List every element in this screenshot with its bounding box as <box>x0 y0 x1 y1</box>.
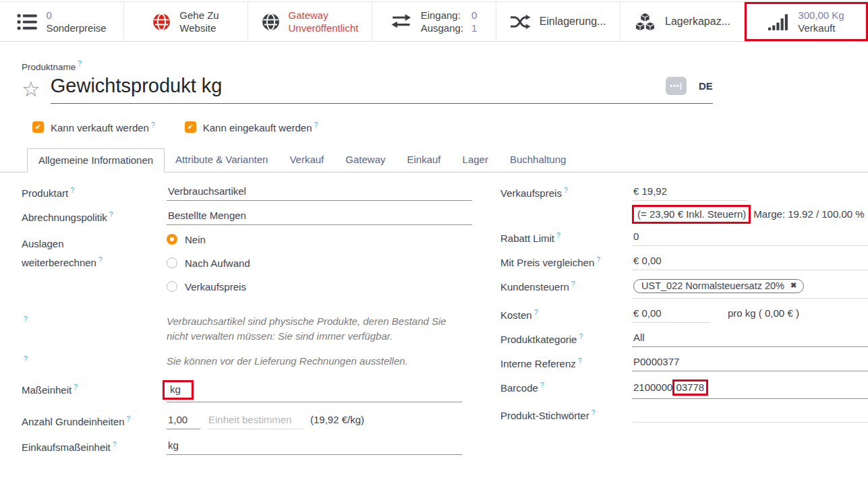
shuffle-icon <box>511 14 531 30</box>
ausgang-label: Ausgang: <box>421 22 463 35</box>
checkbox-checked-icon[interactable]: ✔ <box>32 121 44 133</box>
tab-attribute-varianten[interactable]: Attribute & Varianten <box>165 148 279 172</box>
product-type-note: Verbrauchsartikel sind physische Produkt… <box>167 314 472 344</box>
stat-button-verkauft[interactable]: 300,00 Kg Verkauft <box>745 2 868 41</box>
abrechnungspolitik-select[interactable]: Bestellte Mengen <box>167 210 472 225</box>
checkbox-checked-icon[interactable]: ✔ <box>185 121 196 133</box>
verkauft-amount: 300,00 Kg <box>798 9 844 22</box>
tab-buchhaltung[interactable]: Buchhaltung <box>499 148 577 172</box>
einkaufsmasseinheit-select[interactable]: kg <box>167 439 462 455</box>
kundensteuern-label: Kundensteuern? <box>500 279 632 293</box>
einheit-bestimmen-input[interactable]: Einheit bestimmen <box>207 414 303 429</box>
barcode-input[interactable]: 210000003778 <box>632 380 868 399</box>
radio-verkaufspreis[interactable]: Verkaufspreis <box>167 281 472 293</box>
verkaufspreis-label: Verkaufspreis? <box>500 185 632 199</box>
auslagen-label: Auslagen weiterberechnen? <box>22 234 167 273</box>
kann-verkauft-checkbox[interactable]: ✔ Kann verkauft werden? <box>32 121 155 133</box>
kann-eingekauft-checkbox[interactable]: ✔ Kann eingekauft werden? <box>185 121 318 133</box>
verkaufspreis-input[interactable]: € 19,92 <box>632 185 748 201</box>
annotation-box-barcode: 03778 <box>672 379 708 396</box>
produkt-stichwoerter-label: Produkt-Stichwörter? <box>500 408 632 421</box>
radio-nein[interactable]: Nein <box>167 234 472 245</box>
sale-purchase-toggles: ✔ Kann verkauft werden? ✔ Kann eingekauf… <box>32 121 868 133</box>
sonderpreise-label: Sonderpreise <box>46 22 106 34</box>
left-column: Produktart? Verbrauchsartikel Abrechnung… <box>22 185 472 464</box>
stat-button-gehe-zu-website[interactable]: Gehe Zu Website <box>124 2 248 41</box>
website-label-1: Gehe Zu <box>179 9 219 22</box>
eingang-count: 0 <box>471 9 477 22</box>
stat-button-einlagerung[interactable]: Einlagerung... <box>496 2 620 41</box>
annotation-box-masseinheit: kg <box>163 380 194 400</box>
translate-icon[interactable]: •••| <box>666 77 687 95</box>
note2-help: ? <box>22 354 167 369</box>
help-icon: ? <box>556 231 560 239</box>
eingang-label: Eingang: <box>421 9 463 22</box>
verkauft-label: Verkauft <box>798 22 844 34</box>
produktart-select[interactable]: Verbrauchsartikel <box>167 185 472 201</box>
help-icon: ? <box>534 308 538 316</box>
page-title[interactable]: Gewichtsprodukt kg <box>51 75 666 97</box>
annotation-box-tax-included: (= 23,90 € Inkl. Steuern) <box>632 205 751 224</box>
stat-button-lagerkapazitaet[interactable]: Lagerkapaz... <box>620 2 745 41</box>
stat-button-bar: 0 Sonderpreise Gehe Zu Website G <box>0 1 868 42</box>
help-icon: ? <box>109 210 113 218</box>
radio-nach-aufwand[interactable]: Nach Aufwand <box>167 257 472 269</box>
help-icon: ? <box>591 408 596 417</box>
form-sheet: Produktart? Verbrauchsartikel Abrechnung… <box>0 173 868 464</box>
grundeinheiten-label: Anzahl Grundeinheiten? <box>22 414 167 427</box>
masseinheit-select[interactable]: kg <box>167 382 462 402</box>
help-icon: ? <box>596 255 600 264</box>
globe-icon-dark <box>262 13 280 31</box>
rabatt-limit-label: Rabatt Limit? <box>500 231 632 244</box>
barcode-highlight: 03778 <box>676 381 704 393</box>
product-name-input[interactable]: Gewichtsprodukt kg •••| DE <box>51 75 713 104</box>
rabatt-limit-input[interactable]: 0 <box>632 231 868 246</box>
kundensteuern-input[interactable]: UST_022 Normalsteuersatz 20% ✖ <box>632 279 868 299</box>
help-icon: ? <box>24 355 28 363</box>
einlagerung-label: Einlagerung... <box>540 16 606 28</box>
auslagen-radio-group: Nein Nach Aufwand Verkaufspreis <box>167 234 472 305</box>
tab-lager[interactable]: Lager <box>452 148 499 172</box>
abrechnungspolitik-label: Abrechnungspolitik? <box>22 210 167 223</box>
radio-unselected-icon[interactable] <box>167 281 177 292</box>
radio-selected-icon[interactable] <box>167 234 177 245</box>
help-icon: ? <box>571 280 575 288</box>
sonderpreise-count: 0 <box>46 9 106 22</box>
remove-tag-icon[interactable]: ✖ <box>790 281 797 290</box>
kann-verkauft-label: Kann verkauft werden? <box>51 121 155 133</box>
help-icon: ? <box>540 381 544 389</box>
kosten-input[interactable]: € 0,00 <box>632 307 710 323</box>
exchange-arrows-icon <box>391 14 412 29</box>
gateway-label: Gateway <box>289 9 359 22</box>
invoicing-note: Sie können vor der Lieferung Rechnungen … <box>167 354 472 369</box>
help-icon: ? <box>24 315 28 323</box>
lagerkapazitaet-label: Lagerkapaz... <box>665 16 730 28</box>
help-icon: ? <box>70 186 74 194</box>
favorite-star-icon[interactable]: ☆ <box>22 79 40 100</box>
help-icon: ? <box>127 415 131 423</box>
stat-button-gateway-status[interactable]: Gateway Unveröffentlicht <box>248 2 372 41</box>
produkt-stichwoerter-input[interactable] <box>632 408 868 423</box>
language-badge[interactable]: DE <box>699 80 713 92</box>
masseinheit-label: Maßeinheit? <box>22 382 167 396</box>
kosten-suffix: pro kg ( 0,00 € ) <box>728 307 799 319</box>
tab-gateway[interactable]: Gateway <box>335 148 396 172</box>
interne-referenz-label: Interne Referenz? <box>500 356 632 369</box>
tab-verkauf[interactable]: Verkauf <box>279 148 335 172</box>
bar-chart-icon <box>768 13 789 30</box>
globe-icon-red <box>152 13 171 31</box>
mit-preis-vergleichen-input[interactable]: € 0,00 <box>632 255 868 270</box>
stat-button-eingang-ausgang[interactable]: Eingang: 0 Ausgang: 1 <box>372 2 496 41</box>
grundeinheiten-input[interactable]: 1,00 <box>167 414 200 429</box>
kosten-label: Kosten? <box>500 307 632 321</box>
list-icon <box>17 13 37 31</box>
barcode-label: Barcode? <box>500 380 632 394</box>
produktkategorie-select[interactable]: All <box>632 332 868 347</box>
mit-preis-vergleichen-label: Mit Preis vergleichen? <box>500 255 632 268</box>
interne-referenz-input[interactable]: P0000377 <box>632 356 868 371</box>
tab-einkauf[interactable]: Einkauf <box>397 148 452 172</box>
help-icon: ? <box>98 255 103 264</box>
radio-unselected-icon[interactable] <box>167 257 177 268</box>
tab-allgemeine-informationen[interactable]: Allgemeine Informationen <box>27 148 165 173</box>
stat-button-sonderpreise[interactable]: 0 Sonderpreise <box>0 2 124 41</box>
